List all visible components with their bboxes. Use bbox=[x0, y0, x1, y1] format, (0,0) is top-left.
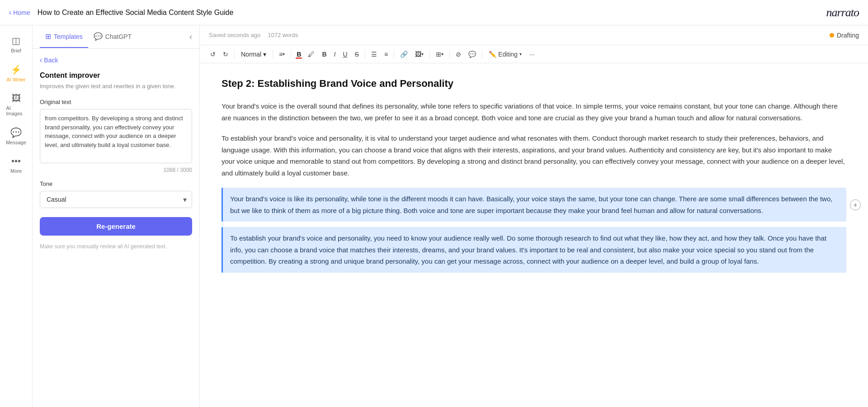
home-link[interactable]: Home bbox=[9, 9, 30, 17]
italic-button[interactable]: I bbox=[331, 48, 339, 60]
panel-collapse-btn[interactable]: ‹ bbox=[189, 32, 192, 42]
highlighted-block-2: To establish your brand's voice and pers… bbox=[222, 227, 846, 273]
drafting-label: Drafting bbox=[837, 32, 859, 39]
toolbar: ↺ ↻ Normal ▾ ≡ ▾ B 🖊 B I U S bbox=[200, 45, 868, 63]
saved-status: Saved seconds ago bbox=[209, 32, 260, 38]
sidebar-item-label-brief: Brief bbox=[11, 48, 21, 53]
editing-mode-button[interactable]: ✏️ Editing ▾ bbox=[485, 49, 525, 60]
drafting-badge[interactable]: Drafting bbox=[830, 32, 859, 39]
message-icon: 💬 bbox=[10, 127, 22, 138]
tab-chatgpt-label: ChatGPT bbox=[105, 33, 132, 40]
chatgpt-icon: 💬 bbox=[94, 32, 103, 41]
sidebar-item-label-ai-images: AI Images bbox=[6, 105, 26, 116]
style-dropdown[interactable]: Normal ▾ bbox=[237, 49, 270, 60]
tone-select-wrap: Casual Formal Friendly Professional Witt… bbox=[40, 191, 192, 208]
word-count: 1072 words bbox=[268, 32, 298, 38]
highlighted-block-1: Your brand's voice is like its personali… bbox=[222, 188, 846, 222]
table-chevron: ▾ bbox=[441, 52, 443, 57]
sidebar-item-more[interactable]: ••• More bbox=[3, 151, 30, 178]
editor-meta: Saved seconds ago 1072 words bbox=[209, 32, 298, 38]
more-icon: ••• bbox=[11, 156, 21, 166]
sidebar-item-label-more: More bbox=[10, 168, 22, 174]
toolbar-sep-6 bbox=[429, 50, 430, 59]
ai-writer-icon: ⚡ bbox=[10, 64, 22, 75]
editor-content[interactable]: Step 2: Establishing Brand Voice and Per… bbox=[200, 63, 868, 407]
toolbar-sep-2 bbox=[273, 50, 273, 59]
pencil-icon: ✏️ bbox=[489, 51, 496, 58]
top-bar: Home How to Create an Effective Social M… bbox=[0, 0, 868, 25]
sidebar-item-ai-images[interactable]: 🖼 AI Images bbox=[3, 89, 30, 121]
align-button[interactable]: ≡ ▾ bbox=[276, 48, 288, 60]
underline-button[interactable]: U bbox=[340, 48, 350, 60]
tone-label: Tone bbox=[40, 180, 192, 187]
bullet-list-icon: ☰ bbox=[371, 51, 377, 58]
char-count: 1068 / 3000 bbox=[40, 167, 192, 173]
toolbar-sep-7 bbox=[449, 50, 450, 59]
sidebar-item-ai-writer[interactable]: ⚡ AI Writer bbox=[3, 60, 30, 87]
templates-icon: ⊞ bbox=[45, 32, 51, 41]
redo-button[interactable]: ↻ bbox=[220, 48, 231, 60]
tab-templates-label: Templates bbox=[54, 33, 83, 40]
link-icon: 🔗 bbox=[400, 51, 408, 58]
original-text-input[interactable]: from competitors. By developing a strong… bbox=[40, 109, 192, 163]
toolbar-sep-5 bbox=[394, 50, 394, 59]
content-improver-title: Content improver bbox=[40, 71, 192, 80]
ai-images-icon: 🖼 bbox=[12, 93, 21, 104]
numbered-list-icon: ≡ bbox=[384, 51, 388, 58]
text-color-label: B bbox=[297, 51, 301, 58]
strikethrough-button[interactable]: S bbox=[352, 48, 362, 60]
sidebar-item-label-ai-writer: AI Writer bbox=[6, 77, 26, 82]
content-improver-desc: Improves the given text and rewrites in … bbox=[40, 82, 192, 90]
link-button[interactable]: 🔗 bbox=[397, 48, 411, 60]
comment-button[interactable]: 💬 bbox=[465, 48, 479, 60]
highlight-icon: 🖊 bbox=[308, 50, 315, 58]
undo-button[interactable]: ↺ bbox=[207, 48, 219, 60]
original-text-label: Original text bbox=[40, 99, 192, 105]
brief-icon: ◫ bbox=[12, 35, 20, 46]
align-chevron: ▾ bbox=[283, 52, 285, 57]
editing-chevron: ▾ bbox=[519, 52, 522, 57]
more-options-button[interactable]: ··· bbox=[526, 48, 538, 60]
tab-chatgpt[interactable]: 💬 ChatGPT bbox=[88, 26, 137, 48]
bold-button[interactable]: B bbox=[319, 48, 330, 60]
style-chevron: ▾ bbox=[263, 51, 266, 58]
main-layout: ◫ Brief ⚡ AI Writer 🖼 AI Images 💬 Messag… bbox=[0, 25, 868, 407]
toolbar-sep-1 bbox=[234, 50, 235, 59]
image-icon: 🖼 bbox=[415, 51, 421, 58]
panel-body: Back Content improver Improves the given… bbox=[33, 49, 199, 407]
editing-label: Editing bbox=[498, 51, 518, 58]
sidebar-item-brief[interactable]: ◫ Brief bbox=[3, 31, 30, 58]
icon-sidebar: ◫ Brief ⚡ AI Writer 🖼 AI Images 💬 Messag… bbox=[0, 25, 33, 407]
back-button[interactable]: Back bbox=[40, 56, 192, 64]
table-button[interactable]: ⊞ ▾ bbox=[433, 48, 447, 60]
disclaimer-text: Make sure you manually review all AI gen… bbox=[40, 243, 192, 251]
doc-title: How to Create an Effective Social Media … bbox=[38, 9, 234, 17]
add-block-button[interactable]: + bbox=[850, 199, 861, 210]
highlight-button[interactable]: 🖊 bbox=[305, 48, 318, 60]
drafting-dot bbox=[830, 33, 834, 38]
logo: narrato bbox=[826, 6, 859, 19]
text-color-button[interactable]: B bbox=[294, 49, 304, 60]
doc-heading: Step 2: Establishing Brand Voice and Per… bbox=[222, 78, 846, 90]
para-2: To establish your brand's voice and pers… bbox=[222, 133, 846, 179]
top-bar-left: Home How to Create an Effective Social M… bbox=[9, 9, 233, 17]
para-1: Your brand's voice is the overall sound … bbox=[222, 100, 846, 123]
regenerate-button[interactable]: Re-generate bbox=[40, 217, 192, 236]
numbered-list-button[interactable]: ≡ bbox=[381, 48, 391, 60]
toolbar-sep-8 bbox=[482, 50, 482, 59]
comment-icon: 💬 bbox=[468, 51, 476, 58]
tab-templates[interactable]: ⊞ Templates bbox=[40, 26, 88, 48]
panel-tabs: ⊞ Templates 💬 ChatGPT ‹ bbox=[33, 25, 199, 49]
bullet-list-button[interactable]: ☰ bbox=[368, 48, 380, 60]
image-button[interactable]: 🖼 ▾ bbox=[412, 48, 427, 60]
toolbar-sep-3 bbox=[291, 50, 291, 59]
panel: ⊞ Templates 💬 ChatGPT ‹ Back Content imp… bbox=[33, 25, 200, 407]
sidebar-item-message[interactable]: 💬 Message bbox=[3, 123, 30, 150]
align-icon: ≡ bbox=[279, 51, 283, 58]
editor-area: Saved seconds ago 1072 words Drafting ↺ … bbox=[200, 25, 868, 407]
editor-top-bar: Saved seconds ago 1072 words Drafting bbox=[200, 25, 868, 45]
clear-format-button[interactable]: ⊘ bbox=[453, 48, 464, 60]
tone-select[interactable]: Casual Formal Friendly Professional Witt… bbox=[40, 191, 192, 208]
style-label: Normal bbox=[241, 51, 261, 58]
toolbar-sep-4 bbox=[365, 50, 365, 59]
